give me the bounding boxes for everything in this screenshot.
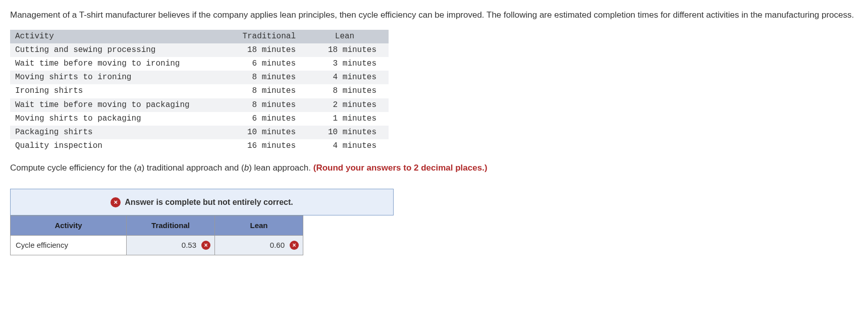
- cell-traditional: 6 minutes: [227, 112, 308, 126]
- header-lean: Lean: [308, 30, 389, 43]
- prompt-mid2: ) lean approach.: [249, 163, 313, 173]
- cell-lean: 4 minutes: [308, 71, 389, 84]
- prompt-mid1: ) traditional approach and (: [141, 163, 244, 173]
- table-row: Cutting and sewing processing 18 minutes…: [10, 43, 389, 57]
- cell-activity: Ironing shirts: [10, 84, 227, 98]
- table-row: Moving shirts to ironing 8 minutes 4 min…: [10, 71, 389, 84]
- cell-activity: Wait time before moving to ironing: [10, 57, 227, 71]
- cell-traditional: 6 minutes: [227, 57, 308, 71]
- answer-header-lean: Lean: [215, 216, 303, 236]
- intro-text: Management of a T-shirt manufacturer bel…: [10, 9, 858, 22]
- answer-header-traditional: Traditional: [127, 216, 215, 236]
- feedback-banner: × Answer is complete but not entirely co…: [10, 189, 394, 215]
- prompt-rounding-note: (Round your answers to 2 decimal places.…: [313, 163, 487, 173]
- incorrect-icon: ×: [290, 241, 299, 250]
- cell-traditional: 18 minutes: [227, 43, 308, 57]
- feedback-message: Answer is complete but not entirely corr…: [125, 196, 293, 208]
- answer-header-row: Activity Traditional Lean: [11, 216, 303, 236]
- answer-traditional-value: 0.53: [182, 241, 196, 249]
- answer-traditional-cell[interactable]: 0.53 ×: [127, 235, 215, 255]
- cell-lean: 4 minutes: [308, 139, 389, 153]
- answer-table: Activity Traditional Lean Cycle efficien…: [10, 215, 303, 255]
- cell-lean: 8 minutes: [308, 84, 389, 98]
- incorrect-icon: ×: [111, 197, 121, 207]
- header-activity: Activity: [10, 30, 227, 43]
- cell-activity: Wait time before moving to packaging: [10, 98, 227, 112]
- answer-row: Cycle efficiency 0.53 × 0.60 ×: [11, 235, 303, 255]
- cell-activity: Moving shirts to ironing: [10, 71, 227, 84]
- cell-traditional: 8 minutes: [227, 84, 308, 98]
- cell-activity: Moving shirts to packaging: [10, 112, 227, 126]
- table-row: Moving shirts to packaging 6 minutes 1 m…: [10, 112, 389, 126]
- cell-activity: Cutting and sewing processing: [10, 43, 227, 57]
- question-prompt: Compute cycle efficiency for the (a) tra…: [10, 162, 858, 175]
- answer-header-activity: Activity: [11, 216, 127, 236]
- cell-traditional: 10 minutes: [227, 126, 308, 139]
- table-row: Quality inspection 16 minutes 4 minutes: [10, 139, 389, 153]
- cell-lean: 3 minutes: [308, 57, 389, 71]
- answer-lean-cell[interactable]: 0.60 ×: [215, 235, 303, 255]
- cell-traditional: 16 minutes: [227, 139, 308, 153]
- cell-lean: 1 minutes: [308, 112, 389, 126]
- prompt-b: b: [244, 163, 249, 173]
- prompt-pre: Compute cycle efficiency for the (: [10, 163, 137, 173]
- cell-traditional: 8 minutes: [227, 98, 308, 112]
- cell-lean: 18 minutes: [308, 43, 389, 57]
- cell-activity: Packaging shirts: [10, 126, 227, 139]
- table-row: Packaging shirts 10 minutes 10 minutes: [10, 126, 389, 139]
- header-traditional: Traditional: [227, 30, 308, 43]
- table-header-row: Activity Traditional Lean: [10, 30, 389, 43]
- cell-traditional: 8 minutes: [227, 71, 308, 84]
- cell-lean: 10 minutes: [308, 126, 389, 139]
- answer-row-label: Cycle efficiency: [11, 235, 127, 255]
- answer-lean-value: 0.60: [270, 241, 285, 249]
- cell-lean: 2 minutes: [308, 98, 389, 112]
- table-row: Wait time before moving to ironing 6 min…: [10, 57, 389, 71]
- table-row: Wait time before moving to packaging 8 m…: [10, 98, 389, 112]
- incorrect-icon: ×: [201, 241, 210, 250]
- activity-times-table: Activity Traditional Lean Cutting and se…: [10, 30, 389, 153]
- table-row: Ironing shirts 8 minutes 8 minutes: [10, 84, 389, 98]
- cell-activity: Quality inspection: [10, 139, 227, 153]
